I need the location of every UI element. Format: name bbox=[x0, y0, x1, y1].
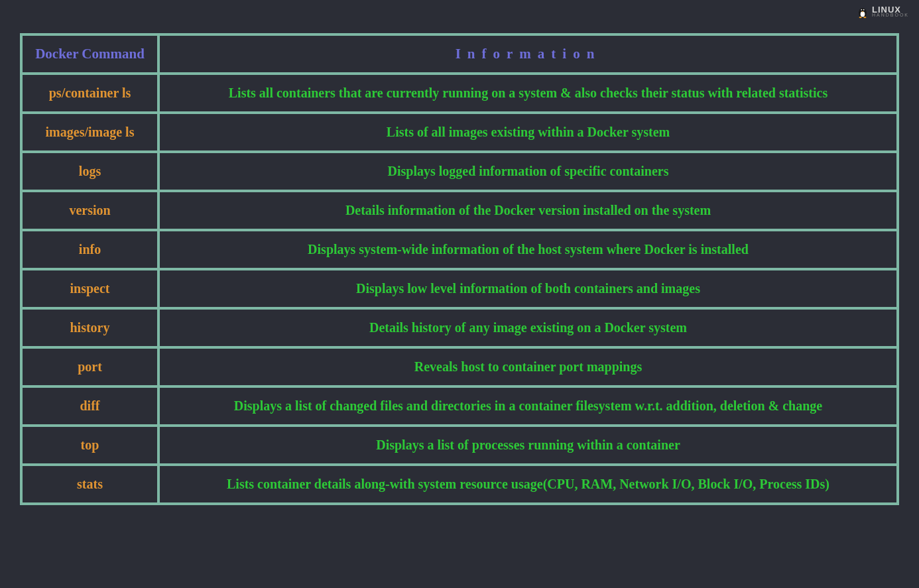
command-cell: version bbox=[23, 192, 160, 229]
info-text: Displays logged information of specific … bbox=[388, 164, 669, 179]
table-row: images/image ls Lists of all images exis… bbox=[23, 114, 896, 153]
info-text: Displays a list of processes running wit… bbox=[376, 438, 680, 453]
header-command-label: Docker Command bbox=[35, 46, 145, 62]
info-cell: Reveals host to container port mappings bbox=[160, 349, 896, 385]
command-text: info bbox=[79, 242, 101, 257]
command-cell: port bbox=[23, 349, 160, 385]
command-cell: inspect bbox=[23, 270, 160, 307]
info-text: Details information of the Docker versio… bbox=[345, 203, 711, 218]
info-text: Lists container details along-with syste… bbox=[227, 477, 829, 492]
brand-logo: LINUX HANDBOOK bbox=[856, 5, 909, 19]
info-text: Displays low level information of both c… bbox=[356, 281, 700, 296]
command-cell: logs bbox=[23, 153, 160, 190]
info-text: Details history of any image existing on… bbox=[369, 320, 687, 335]
svg-point-5 bbox=[863, 17, 866, 18]
command-text: version bbox=[69, 203, 110, 218]
command-text: history bbox=[70, 320, 110, 335]
table-row: port Reveals host to container port mapp… bbox=[23, 349, 896, 388]
command-text: ps/container ls bbox=[49, 86, 131, 101]
info-text: Reveals host to container port mappings bbox=[414, 359, 643, 375]
table-header-row: Docker Command Information bbox=[23, 36, 896, 75]
svg-point-4 bbox=[859, 17, 862, 18]
command-cell: info bbox=[23, 231, 160, 268]
svg-point-3 bbox=[863, 9, 865, 11]
header-info-cell: Information bbox=[160, 36, 896, 72]
command-cell: ps/container ls bbox=[23, 75, 160, 111]
info-cell: Lists of all images existing within a Do… bbox=[160, 114, 896, 150]
info-cell: Displays system-wide information of the … bbox=[160, 231, 896, 268]
info-cell: Displays a list of changed files and dir… bbox=[160, 388, 896, 424]
command-text: logs bbox=[79, 164, 101, 179]
command-cell: history bbox=[23, 310, 160, 346]
command-text: port bbox=[78, 359, 102, 375]
logo-text: LINUX HANDBOOK bbox=[872, 7, 909, 17]
info-cell: Lists all containers that are currently … bbox=[160, 75, 896, 111]
command-text: inspect bbox=[70, 281, 110, 296]
info-text: Lists all containers that are currently … bbox=[229, 86, 828, 101]
penguin-icon bbox=[856, 5, 869, 19]
table-row: inspect Displays low level information o… bbox=[23, 270, 896, 310]
info-cell: Details information of the Docker versio… bbox=[160, 192, 896, 229]
table-row: top Displays a list of processes running… bbox=[23, 427, 896, 466]
info-cell: Details history of any image existing on… bbox=[160, 310, 896, 346]
info-text: Lists of all images existing within a Do… bbox=[387, 125, 670, 140]
table-row: ps/container ls Lists all containers tha… bbox=[23, 75, 896, 114]
info-text: Displays system-wide information of the … bbox=[308, 242, 749, 257]
command-cell: images/image ls bbox=[23, 114, 160, 150]
table-row: diff Displays a list of changed files an… bbox=[23, 388, 896, 427]
logo-text-sub: HANDBOOK bbox=[872, 13, 909, 17]
info-cell: Displays a list of processes running wit… bbox=[160, 427, 896, 463]
command-cell: diff bbox=[23, 388, 160, 424]
table-row: version Details information of the Docke… bbox=[23, 192, 896, 231]
table-row: history Details history of any image exi… bbox=[23, 310, 896, 349]
command-text: diff bbox=[80, 398, 100, 414]
svg-point-2 bbox=[861, 9, 862, 11]
info-cell: Lists container details along-with syste… bbox=[160, 466, 896, 502]
table-row: logs Displays logged information of spec… bbox=[23, 153, 896, 192]
header-info-label: Information bbox=[456, 46, 601, 62]
table-row: info Displays system-wide information of… bbox=[23, 231, 896, 270]
command-cell: top bbox=[23, 427, 160, 463]
command-cell: stats bbox=[23, 466, 160, 502]
command-text: top bbox=[81, 438, 99, 453]
info-cell: Displays logged information of specific … bbox=[160, 153, 896, 190]
info-cell: Displays low level information of both c… bbox=[160, 270, 896, 307]
command-text: stats bbox=[77, 477, 103, 492]
command-text: images/image ls bbox=[46, 125, 135, 140]
table-row: stats Lists container details along-with… bbox=[23, 466, 896, 502]
header-command-cell: Docker Command bbox=[23, 36, 160, 72]
info-text: Displays a list of changed files and dir… bbox=[234, 398, 822, 414]
docker-commands-table: Docker Command Information ps/container … bbox=[20, 33, 899, 505]
